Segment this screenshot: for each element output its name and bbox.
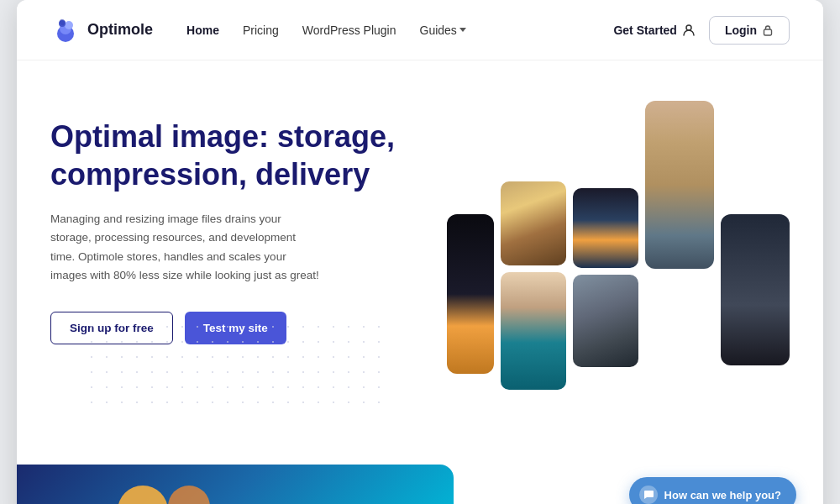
nav-pricing[interactable]: Pricing: [243, 24, 279, 37]
bottom-banner: [17, 465, 454, 504]
browser-frame: Optimole Home Pricing WordPress Plugin G…: [17, 0, 823, 504]
nav-home[interactable]: Home: [186, 24, 219, 37]
lock-icon: [762, 24, 774, 36]
nav-guides[interactable]: Guides: [420, 24, 466, 37]
image-col-2: [573, 188, 638, 367]
hero-images: [403, 101, 790, 454]
image-col-3: [645, 101, 714, 269]
phone-image: [447, 214, 494, 374]
svg-rect-5: [764, 29, 772, 35]
building-image: [501, 181, 566, 265]
bottom-section: How can we help you?: [17, 454, 823, 504]
hero-content: Optimal image: storage, compression, del…: [50, 101, 403, 344]
woman-image: [501, 272, 566, 390]
dots-pattern: [84, 319, 386, 403]
chat-icon: [639, 486, 658, 504]
bridge-image: [573, 275, 638, 367]
login-button[interactable]: Login: [709, 16, 790, 45]
image-col-4: [721, 214, 790, 365]
svg-point-4: [686, 25, 691, 30]
chat-widget[interactable]: How can we help you?: [629, 477, 796, 504]
nav-links: Home Pricing WordPress Plugin Guides: [186, 24, 613, 37]
chevron-down-icon: [459, 28, 466, 32]
rail-image: [721, 214, 790, 365]
nav-actions: Get Started Login: [613, 16, 790, 45]
hero-section: Optimal image: storage, compression, del…: [17, 60, 823, 454]
navbar: Optimole Home Pricing WordPress Plugin G…: [17, 0, 823, 60]
banner-shape-3: [168, 486, 210, 504]
nav-wordpress[interactable]: WordPress Plugin: [302, 24, 396, 37]
hero-title: Optimal image: storage, compression, del…: [50, 118, 403, 193]
tunnel-image: [573, 188, 638, 268]
logo[interactable]: Optimole: [50, 15, 153, 45]
beach-image: [645, 101, 714, 269]
svg-point-2: [65, 21, 73, 29]
image-col-1: [501, 181, 566, 390]
hero-description: Managing and resizing image files drains…: [50, 210, 319, 285]
logo-text: Optimole: [87, 21, 153, 39]
chat-label: How can we help you?: [664, 489, 781, 501]
banner-shape-2: [118, 486, 168, 504]
logo-icon: [50, 15, 81, 45]
get-started-button[interactable]: Get Started: [613, 24, 695, 37]
user-icon: [682, 24, 696, 37]
